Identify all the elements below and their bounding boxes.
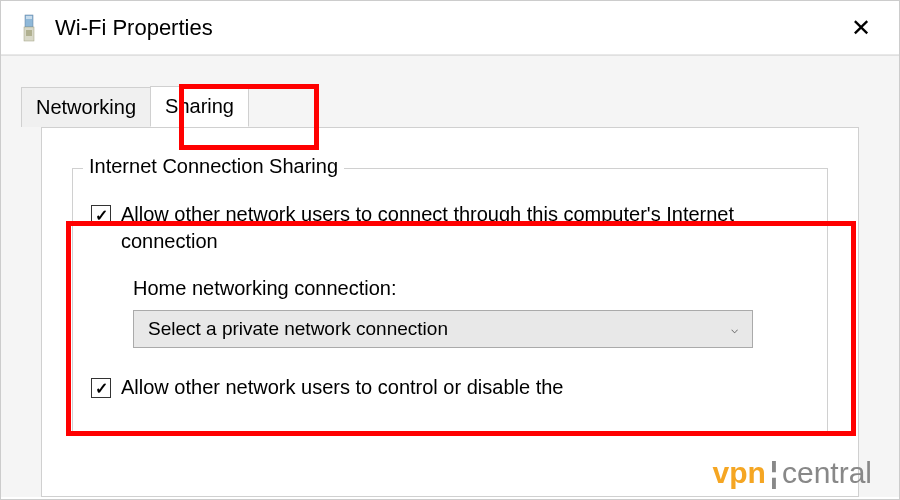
tab-sharing[interactable]: Sharing (150, 86, 249, 127)
tab-strip: Networking Sharing Internet Connection S… (1, 55, 899, 497)
home-networking-section: Home networking connection: Select a pri… (133, 277, 809, 348)
watermark-separator-icon: ¦ (766, 456, 782, 490)
svg-rect-3 (26, 30, 32, 36)
wifi-adapter-icon (17, 12, 41, 44)
home-networking-dropdown[interactable]: Select a private network connection ⌵ (133, 310, 753, 348)
allow-control-checkbox[interactable] (91, 378, 111, 398)
tab-networking[interactable]: Networking (21, 87, 151, 127)
tab-content: Internet Connection Sharing Allow other … (41, 127, 859, 497)
allow-control-label: Allow other network users to control or … (121, 374, 563, 401)
allow-connect-label: Allow other network users to connect thr… (121, 201, 809, 255)
dropdown-value: Select a private network connection (148, 318, 448, 340)
svg-rect-1 (26, 16, 32, 19)
allow-connect-checkbox[interactable] (91, 205, 111, 225)
groupbox-title: Internet Connection Sharing (83, 155, 344, 178)
close-button[interactable]: ✕ (839, 10, 883, 46)
properties-window: Wi-Fi Properties ✕ Networking Sharing In… (0, 0, 900, 500)
allow-control-row: Allow other network users to control or … (91, 374, 809, 401)
watermark-central: central (782, 456, 872, 489)
ics-groupbox: Internet Connection Sharing Allow other … (72, 168, 828, 434)
window-title: Wi-Fi Properties (55, 15, 839, 41)
allow-connect-row: Allow other network users to connect thr… (91, 201, 809, 255)
titlebar: Wi-Fi Properties ✕ (1, 1, 899, 55)
chevron-down-icon: ⌵ (731, 322, 738, 336)
watermark-vpn: vpn (713, 456, 766, 489)
home-networking-label: Home networking connection: (133, 277, 809, 300)
watermark: vpn¦central (713, 456, 872, 490)
